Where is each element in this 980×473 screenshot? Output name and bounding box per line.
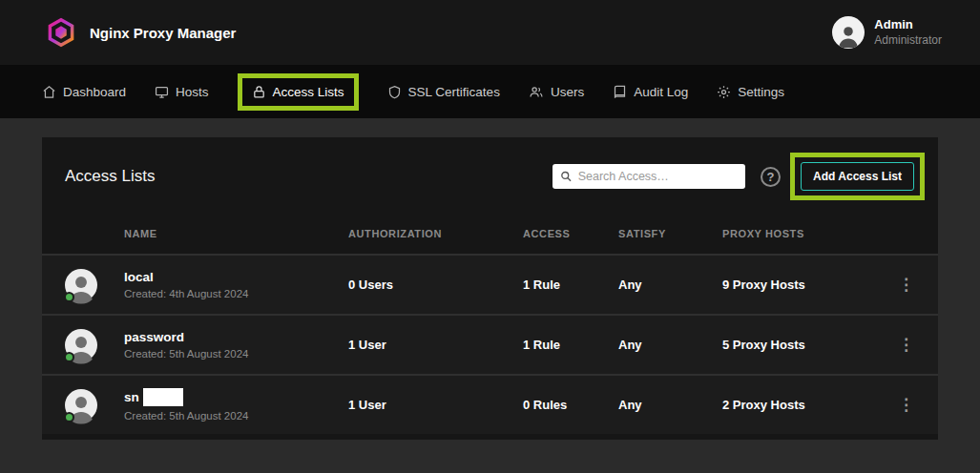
users-icon: [529, 85, 544, 99]
avatar: [65, 269, 97, 301]
table-row[interactable]: password Created: 5th August 2024 1 User…: [42, 314, 938, 374]
access-list-name: local: [124, 270, 154, 284]
nav-label: Hosts: [176, 85, 209, 99]
access-list-name: sn: [124, 390, 139, 404]
created-date: Created: 5th August 2024: [124, 410, 348, 422]
authorization-value: 1 User: [348, 338, 523, 352]
card-header: Access Lists ? Add Access List: [42, 137, 938, 214]
home-icon: [42, 85, 56, 99]
user-name: Admin: [874, 17, 942, 32]
access-list-name: password: [124, 330, 184, 344]
user-avatar[interactable]: [832, 16, 865, 49]
add-access-list-button[interactable]: Add Access List: [801, 162, 914, 191]
nav-label: Dashboard: [63, 85, 126, 99]
highlight-box-access-lists: Access Lists: [238, 73, 359, 111]
row-avatar-cell: [65, 329, 124, 361]
created-date: Created: 4th August 2024: [124, 288, 348, 299]
nav-item-ssl-certificates[interactable]: SSL Certificates: [387, 85, 500, 99]
app-logo-icon: [46, 17, 76, 48]
row-name-cell: sn Created: 5th August 2024: [124, 388, 348, 422]
satisfy-value: Any: [618, 278, 722, 292]
column-header-access: Access: [523, 228, 618, 239]
person-icon: [836, 23, 861, 48]
proxy-hosts-value: 2 Proxy Hosts: [722, 398, 877, 412]
page-title: Access Lists: [65, 167, 155, 186]
nav-item-dashboard[interactable]: Dashboard: [42, 85, 126, 99]
nav-label: Audit Log: [634, 85, 688, 99]
user-role: Administrator: [874, 33, 942, 48]
access-value: 0 Rules: [523, 398, 618, 412]
nav-item-users[interactable]: Users: [529, 85, 584, 99]
user-menu[interactable]: Admin Administrator: [832, 16, 942, 49]
search-icon: [560, 170, 573, 183]
row-name-cell: local Created: 4th August 2024: [124, 270, 348, 299]
main-nav: Dashboard Hosts Access Lists SSL Certifi…: [0, 65, 980, 118]
row-avatar-cell: [65, 269, 124, 301]
top-header: Nginx Proxy Manager Admin Administrator: [0, 0, 980, 65]
nav-item-settings[interactable]: Settings: [717, 85, 784, 99]
user-meta: Admin Administrator: [874, 17, 942, 47]
nav-item-hosts[interactable]: Hosts: [155, 85, 209, 99]
app-title: Nginx Proxy Manager: [90, 25, 236, 41]
shield-icon: [387, 85, 402, 99]
row-menu-button[interactable]: ⋮: [877, 335, 915, 355]
online-status-dot: [64, 292, 74, 302]
nav-label: SSL Certificates: [408, 85, 500, 99]
table-header: Name Authorization Access Satisfy Proxy …: [42, 214, 938, 254]
row-name-cell: password Created: 5th August 2024: [124, 330, 348, 360]
search-input[interactable]: [578, 170, 738, 183]
table-row[interactable]: sn Created: 5th August 2024 1 User 0 Rul…: [42, 374, 938, 434]
avatar: [65, 329, 97, 361]
nav-label: Users: [551, 85, 584, 99]
proxy-hosts-value: 9 Proxy Hosts: [722, 278, 877, 292]
authorization-value: 0 Users: [348, 278, 523, 292]
question-mark-icon: ?: [767, 170, 775, 184]
gear-icon: [717, 85, 731, 99]
online-status-dot: [64, 352, 74, 362]
satisfy-value: Any: [618, 338, 722, 352]
access-value: 1 Rule: [523, 338, 618, 352]
row-avatar-cell: [65, 389, 124, 422]
avatar: [65, 389, 97, 422]
nav-label: Settings: [738, 85, 784, 99]
redaction-box: [143, 388, 183, 406]
table-row[interactable]: local Created: 4th August 2024 0 Users 1…: [42, 254, 938, 314]
online-status-dot: [64, 412, 74, 422]
satisfy-value: Any: [618, 398, 722, 412]
monitor-icon: [155, 85, 169, 99]
search-box[interactable]: [553, 164, 745, 189]
access-value: 1 Rule: [523, 278, 618, 292]
column-header-satisfy: Satisfy: [618, 228, 722, 239]
column-header-authorization: Authorization: [348, 228, 523, 239]
row-menu-button[interactable]: ⋮: [877, 395, 915, 415]
access-lists-card: Access Lists ? Add Access List Name Auth…: [42, 137, 938, 440]
proxy-hosts-value: 5 Proxy Hosts: [722, 338, 877, 352]
nav-label: Access Lists: [273, 85, 344, 99]
highlight-box-add-access-list: Add Access List: [790, 153, 925, 200]
help-button[interactable]: ?: [761, 167, 781, 187]
nav-item-access-lists[interactable]: Access Lists: [252, 85, 344, 99]
created-date: Created: 5th August 2024: [124, 348, 348, 360]
row-menu-button[interactable]: ⋮: [877, 275, 915, 295]
column-header-proxy-hosts: Proxy Hosts: [722, 228, 877, 239]
nav-item-audit-log[interactable]: Audit Log: [613, 85, 688, 99]
lock-icon: [252, 85, 266, 99]
book-icon: [613, 85, 627, 99]
authorization-value: 1 User: [348, 398, 523, 412]
column-header-name: Name: [124, 228, 348, 239]
